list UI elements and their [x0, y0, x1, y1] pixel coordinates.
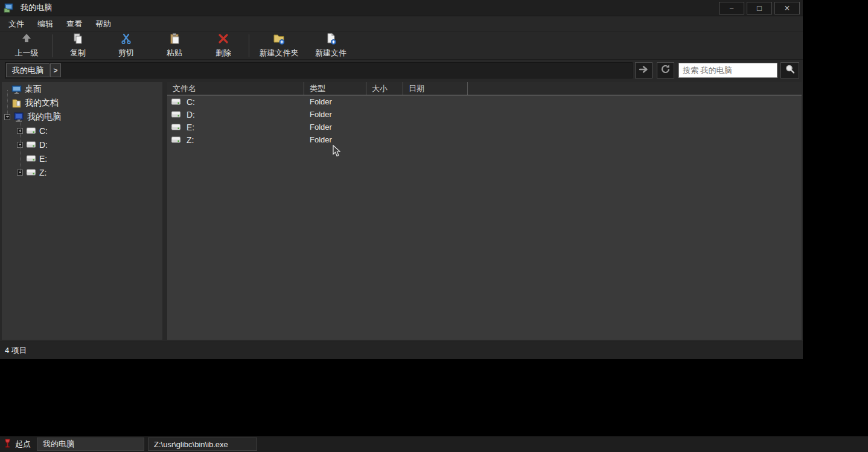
drive-icon: [171, 123, 181, 131]
column-header-date[interactable]: 日期: [403, 82, 468, 95]
file-name: D:: [187, 110, 195, 119]
menubar: 文件 编辑 查看 帮助: [0, 17, 803, 31]
search-button[interactable]: [780, 62, 799, 78]
tree-item-computer[interactable]: 我的电脑: [2, 110, 162, 124]
go-button[interactable]: [635, 62, 653, 78]
tree-item-desktop[interactable]: 桌面: [2, 82, 162, 96]
file-type: Folder: [304, 97, 366, 106]
status-bar: 4 项目: [0, 342, 803, 359]
delete-button[interactable]: 删除: [199, 33, 248, 59]
window-controls: − □ ×: [719, 2, 800, 14]
tree-connector-line: [20, 118, 21, 176]
file-row-drive-d[interactable]: D: Folder: [167, 108, 802, 121]
menu-help[interactable]: 帮助: [89, 17, 118, 31]
go-arrow-icon: [639, 65, 649, 76]
maximize-button[interactable]: □: [747, 2, 772, 14]
file-name: Z:: [187, 135, 194, 145]
tree-item-drive-d[interactable]: D:: [2, 138, 162, 151]
desktop-icon: [11, 84, 22, 94]
paste-icon: [168, 33, 180, 46]
new-file-button[interactable]: 新建文件: [308, 33, 354, 59]
column-header-filename[interactable]: 文件名: [167, 82, 304, 95]
titlebar[interactable]: 我的电脑 − □ ×: [0, 0, 803, 16]
drive-icon: [26, 154, 36, 162]
app-icon: [4, 3, 13, 13]
window-title: 我的电脑: [21, 2, 52, 13]
item-count: 4 项目: [5, 345, 27, 356]
copy-button[interactable]: 复制: [54, 33, 102, 59]
file-row-drive-e[interactable]: E: Folder: [167, 121, 802, 133]
tree-item-drive-c[interactable]: C:: [2, 124, 162, 138]
file-type: Folder: [304, 123, 366, 132]
wine-glass-icon: [4, 439, 11, 450]
paste-button[interactable]: 粘贴: [150, 33, 199, 59]
taskbar-button-ib-exe[interactable]: Z:\usr\glibc\bin\ib.exe: [148, 438, 257, 451]
start-button[interactable]: 起点: [0, 439, 37, 450]
list-header: 文件名 类型 大小 日期: [167, 82, 802, 95]
computer-icon: [13, 112, 24, 122]
drive-icon: [171, 136, 181, 144]
tree-item-drive-e[interactable]: E:: [2, 151, 162, 165]
file-name: C:: [187, 97, 195, 107]
taskbar: 起点 我的电脑 Z:\usr\glibc\bin\ib.exe: [0, 436, 868, 452]
toolbar-separator: [53, 34, 53, 57]
column-header-type[interactable]: 类型: [304, 82, 366, 95]
desktop: 我的电脑 − □ × 文件 编辑 查看 帮助 上一级: [0, 0, 868, 452]
breadcrumb: 我的电脑 >: [5, 62, 633, 78]
new-folder-button[interactable]: 新建文件夹: [250, 33, 308, 59]
toolbar: 上一级 复制: [0, 32, 803, 60]
drive-icon: [26, 127, 36, 135]
tree-item-documents[interactable]: 我的文档: [2, 96, 162, 110]
drive-icon: [26, 141, 36, 148]
drive-icon: [26, 168, 36, 176]
file-row-drive-c[interactable]: C: Folder: [167, 95, 802, 108]
new-file-icon: [325, 33, 337, 46]
up-one-level-button[interactable]: 上一级: [1, 33, 52, 59]
minimize-button[interactable]: −: [719, 2, 744, 14]
tree-connector-line: [7, 90, 8, 118]
file-row-drive-z[interactable]: Z: Folder: [167, 133, 802, 146]
refresh-icon: [660, 64, 671, 77]
copy-icon: [72, 33, 84, 46]
menu-file[interactable]: 文件: [2, 17, 31, 31]
new-folder-icon: [273, 33, 285, 46]
taskbar-button-my-computer[interactable]: 我的电脑: [37, 438, 144, 451]
menu-view[interactable]: 查看: [60, 17, 89, 31]
file-name: E:: [187, 123, 194, 132]
column-header-size[interactable]: 大小: [366, 82, 403, 95]
chevron-right-icon[interactable]: >: [50, 63, 61, 77]
folder-tree: 桌面 我的文档: [2, 82, 162, 340]
file-manager-window: 我的电脑 − □ × 文件 编辑 查看 帮助 上一级: [0, 0, 803, 359]
column-header-filler: [468, 82, 802, 95]
scissors-icon: [120, 33, 132, 46]
drive-icon: [171, 110, 181, 118]
breadcrumb-item[interactable]: 我的电脑: [6, 63, 49, 77]
drive-icon: [171, 98, 181, 106]
file-list: 文件名 类型 大小 日期 C: Folder: [167, 82, 802, 340]
close-button[interactable]: ×: [774, 2, 800, 14]
documents-folder-icon: [11, 98, 22, 108]
cut-button[interactable]: 剪切: [102, 33, 150, 59]
start-label: 起点: [15, 439, 31, 450]
delete-icon: [217, 33, 229, 46]
toolbar-separator: [249, 34, 249, 57]
tree-item-drive-z[interactable]: Z:: [2, 165, 162, 179]
menu-edit[interactable]: 编辑: [31, 17, 60, 31]
file-type: Folder: [304, 110, 366, 119]
up-arrow-icon: [21, 33, 33, 46]
file-type: Folder: [304, 135, 366, 144]
refresh-button[interactable]: [657, 62, 674, 78]
address-bar: 我的电脑 >: [0, 60, 803, 80]
search-icon: [785, 64, 795, 77]
search-input[interactable]: [678, 63, 777, 78]
